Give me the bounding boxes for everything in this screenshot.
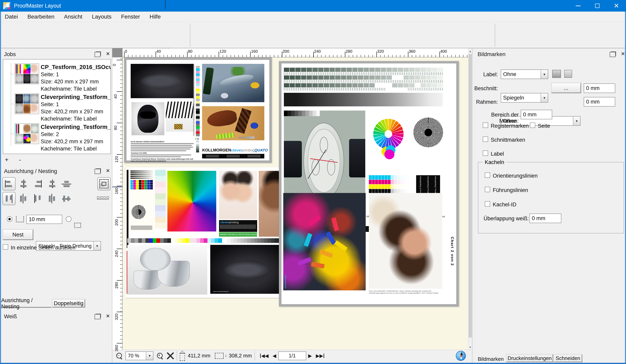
ruler-top-number: 40 <box>156 49 161 54</box>
label-page-icon[interactable] <box>564 70 572 78</box>
ruler-top-number: 200 <box>283 49 289 54</box>
next-page-button[interactable]: ▶ <box>308 353 312 359</box>
distribute-v-button[interactable] <box>45 192 59 205</box>
float-panel-icon[interactable] <box>611 51 616 56</box>
selection-mode-button[interactable] <box>97 177 111 190</box>
close-panel-icon[interactable]: × <box>621 51 625 56</box>
zoom-select[interactable]: 70 %▼ <box>125 351 154 360</box>
label-select[interactable]: Ohne▼ <box>501 70 548 79</box>
cleverprinting-logo: cleverprinting <box>231 148 254 153</box>
ruler-left-number: 240 <box>114 250 119 257</box>
nest-button[interactable]: Nest <box>3 230 33 240</box>
align-center-h-button[interactable] <box>17 177 30 190</box>
jobs-list[interactable]: CP_Testform_2016_ISOcv2_Seite: 1Size: 42… <box>3 59 111 154</box>
vertical-scrollbar[interactable]: ▲ ▼ <box>468 49 472 350</box>
menu-item-datei[interactable]: Datei <box>0 12 23 22</box>
job-list-item[interactable]: CP_Testform_2016_ISOcv2_Seite: 1Size: 42… <box>3 63 111 91</box>
float-panel-icon[interactable] <box>96 51 101 56</box>
orientierungslinien-checkbox[interactable] <box>485 172 490 178</box>
rahmen-mm-input[interactable]: 0 mm <box>584 97 615 107</box>
page-height-icon <box>215 353 224 359</box>
kollmorgen-logo: KOLLMORGEN <box>202 148 231 153</box>
menu-item-fenster[interactable]: Fenster <box>116 12 145 22</box>
job-list-item[interactable]: Cleverprinting_Testform_200Seite: 2Size:… <box>3 122 111 151</box>
sheet3-page[interactable]: Cleverprinting 10 Punkt Cleverprinting 8… <box>281 63 456 304</box>
close-panel-icon[interactable]: × <box>106 168 110 173</box>
beschnitt-select[interactable]: Spiegeln▼ <box>501 93 548 103</box>
strip-layout-button[interactable] <box>97 196 109 200</box>
spacing-radio[interactable] <box>7 216 12 222</box>
menu-item-bearbeiten[interactable]: Bearbeiten <box>23 12 59 22</box>
align-bottom-button[interactable] <box>31 192 44 205</box>
job-kachel: Kachelname: Tile Label <box>41 146 97 152</box>
add-job-button[interactable]: + <box>5 156 9 163</box>
menu-item-hilfe[interactable]: Hilfe <box>145 12 166 22</box>
ruler-left-number: 360 <box>114 345 119 351</box>
seite-checkbox[interactable] <box>530 122 535 128</box>
first-page-button[interactable]: ◀◀ <box>260 353 269 359</box>
float-panel-icon[interactable] <box>96 168 101 173</box>
float-panel-icon[interactable] <box>96 314 101 318</box>
align-right-button[interactable] <box>31 177 44 190</box>
sheet1-page[interactable]: Chart 1 von 2 F 39 Ist Ihr Monitor wirkl… <box>126 60 269 161</box>
split-pages-checkbox[interactable] <box>3 244 8 250</box>
grid-radio[interactable] <box>66 216 71 222</box>
close-button[interactable]: ✕ <box>607 0 626 12</box>
fuehrungslinien-checkbox[interactable] <box>485 187 490 192</box>
tab-druckeinstellungen[interactable]: Druckeinstellungen <box>506 354 553 362</box>
beschnitt-more-button[interactable]: ... <box>551 83 581 93</box>
tab-doppelseitig[interactable]: Doppelseitig <box>52 299 85 307</box>
job-name: Cleverprinting_Testform_200 <box>41 124 111 130</box>
page-number-input[interactable]: 1/1 <box>278 351 306 360</box>
maximize-button[interactable] <box>588 0 607 12</box>
compass-icon[interactable] <box>456 351 466 361</box>
ruler-top-number: 80 <box>188 49 192 54</box>
job-name: CP_Testform_2016_ISOcv2_ <box>41 64 111 71</box>
align-top-button[interactable] <box>2 192 16 205</box>
sheet1-gray-strip <box>196 140 199 152</box>
minimize-button[interactable] <box>569 0 588 12</box>
scroll-down-icon[interactable]: ▼ <box>468 345 472 350</box>
snap-h-button[interactable] <box>60 177 73 190</box>
bereich-input[interactable]: 0 mm <box>521 110 552 119</box>
close-panel-icon[interactable]: × <box>106 51 110 56</box>
snap-v-button[interactable] <box>60 192 73 205</box>
schnittmarken-checkbox[interactable] <box>483 136 488 142</box>
align-middle-v-button[interactable] <box>17 192 30 205</box>
distribute-v-button-icon <box>49 195 55 202</box>
canvas-viewport[interactable]: Chart 1 von 2 F 39 Ist Ihr Monitor wirkl… <box>122 57 468 350</box>
job-list-item[interactable]: Cleverprinting_Testform_200Seite: 1Size:… <box>3 93 111 121</box>
menu-item-ansicht[interactable]: Ansicht <box>59 12 87 22</box>
beschnitt-mm-input[interactable]: 0 mm <box>584 83 615 93</box>
zoom-out-button[interactable]: − <box>116 352 123 359</box>
toolbar-separator <box>495 24 495 47</box>
tab-bildmarken[interactable]: Bildmarken <box>476 355 506 363</box>
ueberlappung-input[interactable]: 0 mm <box>529 213 561 223</box>
label-checkbox[interactable] <box>483 151 488 156</box>
sheet2-page[interactable]: cleverprinting Bilddaten: ISOcoated_v2, … <box>126 167 289 298</box>
zoom-in-button[interactable]: + <box>156 352 163 359</box>
distribute-h-button[interactable] <box>45 177 59 190</box>
remove-job-button[interactable]: - <box>19 156 21 163</box>
orientierungslinien-label: Orientierungslinien <box>493 173 538 179</box>
last-page-button[interactable]: ▶▶ <box>316 353 325 359</box>
kachel-id-checkbox[interactable] <box>485 201 490 206</box>
previous-page-button[interactable]: ◀ <box>273 353 276 359</box>
job-thumbnail <box>15 123 39 144</box>
job-kachel: Kachelname: Tile Label <box>41 116 97 122</box>
close-panel-icon[interactable]: × <box>106 314 110 318</box>
registermarken-checkbox[interactable] <box>483 122 488 128</box>
scrollbar-thumb[interactable] <box>469 54 472 337</box>
tab-schneiden[interactable]: Schneiden <box>554 354 582 362</box>
fuehrungslinien-label: Führungslinien <box>493 187 528 193</box>
ruler-left-number: 0 <box>112 64 117 66</box>
menu-item-layouts[interactable]: Layouts <box>87 12 116 22</box>
align-left-button-icon <box>5 180 13 187</box>
tab-ausrichtung-nesting[interactable]: Ausrichtung / Nesting <box>1 300 51 308</box>
scroll-up-icon[interactable]: ▲ <box>468 49 472 54</box>
align-left-button[interactable] <box>2 177 16 190</box>
color-wheel-gaps <box>373 119 404 149</box>
zoom-fit-button[interactable] <box>167 352 174 359</box>
spacing-input[interactable]: 10 mm <box>26 215 62 224</box>
label-print-icon[interactable] <box>552 70 561 78</box>
